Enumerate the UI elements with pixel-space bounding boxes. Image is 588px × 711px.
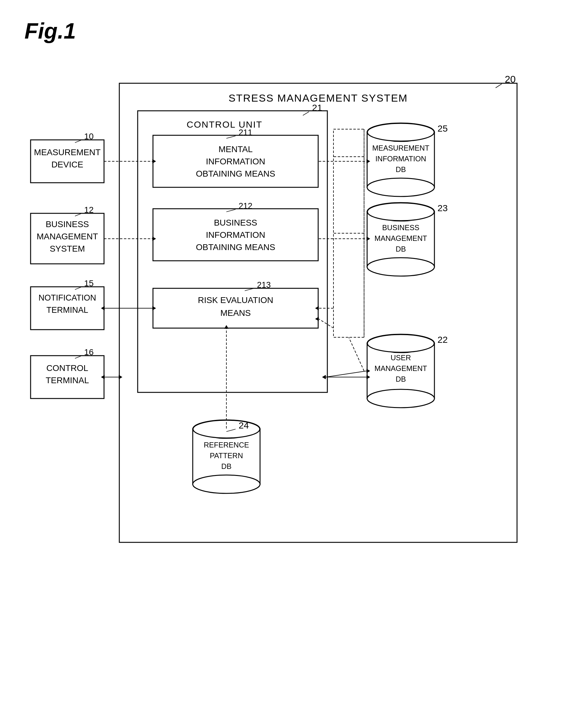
svg-text:MEASUREMENT: MEASUREMENT	[34, 148, 101, 157]
svg-point-66	[367, 389, 434, 408]
svg-text:MANAGEMENT: MANAGEMENT	[37, 232, 98, 241]
figure-title: Fig.1	[24, 18, 564, 43]
svg-rect-25	[30, 140, 104, 183]
svg-line-29	[75, 140, 81, 143]
svg-text:211: 211	[239, 128, 253, 137]
svg-text:DB: DB	[221, 462, 231, 470]
svg-text:BUSINESS: BUSINESS	[214, 218, 257, 228]
svg-marker-113	[367, 375, 370, 379]
svg-rect-4	[138, 111, 327, 392]
svg-point-74	[193, 420, 260, 438]
svg-marker-95	[315, 317, 319, 321]
svg-rect-49	[368, 132, 434, 142]
svg-rect-46	[367, 132, 434, 187]
svg-rect-76	[193, 429, 259, 438]
svg-text:TERMINAL: TERMINAL	[46, 305, 88, 315]
svg-marker-103	[322, 375, 326, 379]
svg-marker-101	[119, 375, 122, 379]
svg-marker-93	[315, 306, 319, 310]
svg-marker-104	[367, 369, 370, 373]
svg-text:22: 22	[437, 335, 448, 345]
svg-text:12: 12	[84, 205, 94, 215]
svg-marker-86	[152, 237, 156, 241]
svg-marker-90	[367, 237, 370, 241]
svg-line-35	[75, 214, 81, 216]
svg-marker-112	[322, 375, 326, 379]
svg-rect-73	[193, 429, 260, 484]
svg-line-19	[226, 209, 236, 212]
svg-text:DB: DB	[396, 375, 406, 383]
svg-text:TERMINAL: TERMINAL	[46, 375, 89, 385]
svg-text:212: 212	[239, 201, 253, 211]
svg-marker-100	[101, 375, 105, 379]
svg-text:MEASUREMENT: MEASUREMENT	[372, 144, 430, 152]
svg-text:MANAGEMENT: MANAGEMENT	[374, 364, 427, 372]
svg-text:STRESS MANAGEMENT SYSTEM: STRESS MANAGEMENT SYSTEM	[228, 92, 408, 104]
svg-rect-58	[368, 212, 434, 221]
svg-marker-98	[152, 306, 156, 310]
svg-text:16: 16	[84, 347, 94, 357]
svg-text:INFORMATION: INFORMATION	[206, 157, 265, 166]
svg-point-56	[367, 202, 434, 221]
svg-text:24: 24	[239, 420, 249, 430]
svg-text:CONTROL UNIT: CONTROL UNIT	[187, 120, 262, 129]
svg-text:OBTAINING MEANS: OBTAINING MEANS	[196, 242, 275, 252]
svg-text:213: 213	[257, 280, 271, 289]
svg-text:PATTERN: PATTERN	[210, 451, 243, 460]
svg-text:21: 21	[312, 103, 322, 113]
svg-text:BUSINESS: BUSINESS	[382, 223, 419, 232]
svg-text:MANAGEMENT: MANAGEMENT	[374, 234, 427, 242]
svg-point-57	[367, 258, 434, 276]
svg-text:CONTROL: CONTROL	[46, 363, 88, 373]
svg-line-40	[75, 287, 81, 289]
svg-line-82	[226, 429, 236, 432]
svg-rect-67	[368, 343, 434, 352]
svg-point-50	[367, 123, 434, 141]
svg-line-94	[319, 319, 333, 328]
svg-text:DB: DB	[396, 165, 406, 174]
svg-line-45	[75, 356, 81, 359]
svg-text:23: 23	[437, 203, 448, 213]
svg-line-7	[303, 112, 309, 115]
svg-text:15: 15	[84, 279, 94, 288]
svg-text:REFERENCE: REFERENCE	[204, 441, 249, 449]
svg-point-77	[193, 420, 260, 438]
svg-text:DB: DB	[396, 245, 406, 253]
svg-line-13	[226, 136, 236, 138]
svg-point-68	[367, 335, 434, 352]
svg-rect-41	[30, 356, 104, 398]
svg-marker-97	[101, 306, 105, 310]
svg-point-65	[367, 334, 434, 352]
svg-rect-8	[153, 135, 318, 187]
svg-marker-106	[224, 325, 228, 329]
svg-text:INFORMATION: INFORMATION	[375, 155, 426, 163]
svg-marker-84	[152, 159, 156, 164]
svg-point-59	[367, 203, 434, 221]
svg-marker-88	[367, 159, 370, 164]
svg-point-47	[367, 123, 434, 142]
svg-line-24	[245, 288, 254, 291]
svg-rect-55	[367, 212, 434, 267]
diagram-area: STRESS MANAGEMENT SYSTEM 20 CONTROL UNIT…	[24, 68, 529, 588]
svg-text:USER: USER	[391, 353, 411, 362]
svg-text:DEVICE: DEVICE	[51, 160, 83, 169]
svg-text:SYSTEM: SYSTEM	[49, 244, 85, 254]
page: Fig.1 STRESS MANAGEMENT SYSTEM 20 CONTRO…	[0, 0, 588, 711]
svg-text:10: 10	[84, 132, 94, 141]
svg-text:RISK EVALUATION: RISK EVALUATION	[198, 295, 273, 305]
diagram-svg: STRESS MANAGEMENT SYSTEM 20 CONTROL UNIT…	[24, 68, 529, 588]
svg-line-109	[349, 337, 364, 371]
svg-line-3	[496, 84, 502, 88]
svg-rect-14	[153, 209, 318, 261]
svg-text:INFORMATION: INFORMATION	[206, 230, 265, 240]
svg-text:NOTIFICATION: NOTIFICATION	[39, 293, 96, 302]
svg-text:OBTAINING MEANS: OBTAINING MEANS	[196, 169, 275, 178]
svg-rect-91	[333, 129, 364, 337]
svg-point-48	[367, 178, 434, 196]
svg-rect-0	[119, 83, 517, 542]
svg-text:BUSINESS: BUSINESS	[46, 219, 89, 229]
svg-line-102	[326, 371, 367, 377]
svg-rect-36	[30, 287, 104, 330]
svg-point-75	[193, 475, 260, 493]
svg-text:MENTAL: MENTAL	[218, 145, 253, 154]
